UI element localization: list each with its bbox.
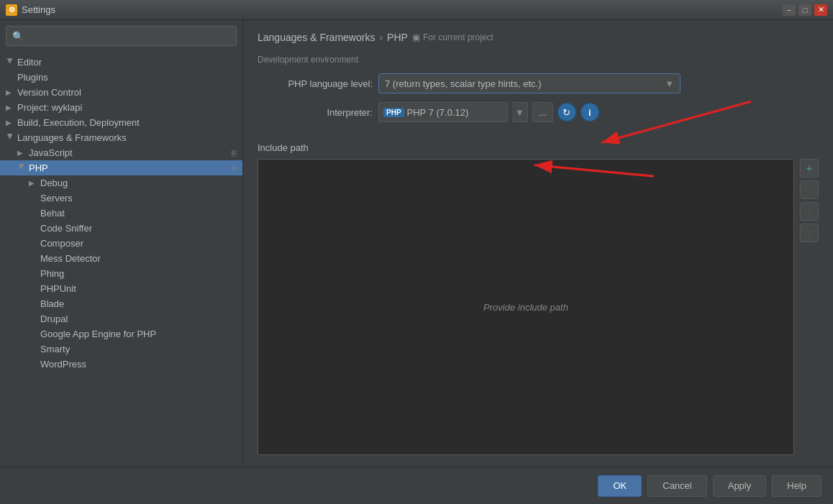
titlebar: ⚙ Settings − □ ✕ [0,0,833,20]
sidebar-item-label-smarty: Smarty [40,344,70,354]
php-level-row: PHP language level: 7 (return types, sca… [258,73,819,93]
sidebar-item-blade[interactable]: Blade [0,296,242,311]
sidebar-item-label-editor: Editor [17,57,42,68]
project-scope-icon: ▣ [412,32,420,42]
sidebar-item-phing[interactable]: Phing [0,266,242,281]
sidebar-item-google-app-engine[interactable]: Google App Engine for PHP [0,326,242,342]
sidebar-item-languages[interactable]: ▶Languages & Frameworks [0,130,242,145]
sidebar-item-label-blade: Blade [40,298,64,309]
sidebar-item-label-phpunit: PHPUnit [40,283,76,294]
sidebar-item-label-languages: Languages & Frameworks [17,132,127,143]
sidebar-item-label-php: PHP [29,162,48,173]
sidebar-item-label-behat: Behat [40,208,65,219]
php-level-label: PHP language level: [258,78,373,89]
breadcrumb: Languages & Frameworks › PHP ▣ For curre… [258,32,819,43]
sidebar-item-servers[interactable]: Servers [0,191,242,206]
sidebar-item-label-code-sniffer: Code Sniffer [40,223,92,234]
interpreter-dots-button[interactable]: ... [532,102,553,122]
minimize-button[interactable]: − [783,4,796,16]
sidebar-item-code-sniffer[interactable]: Code Sniffer [0,221,242,236]
sidebar-item-phpunit[interactable]: PHPUnit [0,281,242,296]
sidebar-item-composer[interactable]: Composer [0,236,242,251]
sidebar-item-php[interactable]: ▶PHP⎘ [0,160,242,175]
sidebar-item-label-wordpress: WordPress [40,359,86,370]
sidebar-item-label-build: Build, Execution, Deployment [17,117,140,128]
maximize-button[interactable]: □ [798,4,811,16]
interpreter-info-button[interactable]: i [581,103,599,122]
interpreter-row: Interpreter: PHP PHP 7 (7.0.12) ▼ ... ↻ … [258,102,819,122]
sidebar-item-label-debug: Debug [40,178,68,188]
php-level-select[interactable]: 7 (return types, scalar type hints, etc.… [378,73,680,93]
php-level-value: 7 (return types, scalar type hints, etc.… [385,78,541,89]
window-controls: − □ ✕ [783,4,827,16]
close-button[interactable]: ✕ [814,4,827,16]
copy-icon: ⎘ [232,149,237,157]
include-path-box: Provide include path [258,159,794,455]
sidebar-item-smarty[interactable]: Smarty [0,342,242,357]
sidebar-item-version-control[interactable]: ▶Version Control [0,85,242,100]
sidebar-item-javascript[interactable]: ▶JavaScript⎘ [0,145,242,160]
move-down-button[interactable]: ↓ [800,224,819,242]
php-level-dropdown-arrow: ▼ [665,78,674,89]
breadcrumb-part1: Languages & Frameworks [258,32,375,43]
interpreter-label: Interpreter: [258,107,373,118]
php-badge: PHP [383,108,404,117]
search-icon: 🔍 [12,31,24,42]
sidebar-item-label-mess-detector: Mess Detector [40,253,101,264]
help-button[interactable]: Help [772,475,821,497]
include-path-label: Include path [258,142,819,153]
sidebar-item-project[interactable]: ▶Project: wyklapi [0,100,242,115]
sidebar-item-label-servers: Servers [40,193,73,203]
search-box[interactable]: 🔍 [6,26,237,46]
move-up-button[interactable]: ↑ [800,202,819,221]
cancel-button[interactable]: Cancel [647,475,706,497]
sidebar-item-behat[interactable]: Behat [0,206,242,221]
sidebar-item-label-plugins: Plugins [17,72,48,83]
search-input[interactable] [28,31,230,42]
sidebar-item-mess-detector[interactable]: Mess Detector [0,251,242,266]
right-panel: Languages & Frameworks › PHP ▣ For curre… [243,20,833,467]
copy-icon: ⎘ [232,164,237,173]
window: ⚙ Settings − □ ✕ 🔍 ▶EditorPlugins▶Versio… [0,0,833,504]
interpreter-controls: PHP PHP 7 (7.0.12) ▼ ... ↻ i [378,102,599,122]
interpreter-dropdown-button[interactable]: ▼ [512,102,528,122]
project-scope-label: For current project [423,32,493,42]
section-label: Development environment [258,55,819,65]
window-title: Settings [22,4,55,15]
ok-button[interactable]: OK [598,475,642,497]
sidebar-item-label-phing: Phing [40,268,64,279]
sidebar-item-label-javascript: JavaScript [29,147,73,158]
include-path-section: Include path Provide include path + − ↑ … [258,142,819,455]
breadcrumb-separator: › [379,32,383,43]
sidebar-item-build[interactable]: ▶Build, Execution, Deployment [0,115,242,130]
sidebar-item-drupal[interactable]: Drupal [0,311,242,326]
sidebar-item-label-version-control: Version Control [17,87,81,98]
sidebar-item-plugins[interactable]: Plugins [0,70,242,85]
interpreter-refresh-button[interactable]: ↻ [557,103,576,122]
interpreter-select[interactable]: PHP PHP 7 (7.0.12) [378,102,508,122]
sidebar-item-label-google-app-engine: Google App Engine for PHP [40,329,156,339]
breadcrumb-project: ▣ For current project [412,32,493,42]
sidebar-item-label-project: Project: wyklapi [17,102,82,113]
add-path-button[interactable]: + [800,159,819,178]
sidebar-item-wordpress[interactable]: WordPress [0,357,242,372]
sidebar-item-debug[interactable]: ▶Debug [0,175,242,191]
apply-button[interactable]: Apply [713,475,767,497]
app-icon: ⚙ [6,4,17,16]
interpreter-value: PHP 7 (7.0.12) [407,107,469,118]
provide-text: Provide include path [483,302,568,313]
sidebar-item-editor[interactable]: ▶Editor [0,55,242,70]
remove-path-button[interactable]: − [800,180,819,199]
sidebar-item-label-composer: Composer [40,238,83,249]
sidebar: 🔍 ▶EditorPlugins▶Version Control▶Project… [0,20,243,467]
tree-area: ▶EditorPlugins▶Version Control▶Project: … [0,52,242,467]
sidebar-item-label-drupal: Drupal [40,313,68,324]
bottom-bar: OK Cancel Apply Help [0,467,833,504]
breadcrumb-part2: PHP [387,32,408,43]
